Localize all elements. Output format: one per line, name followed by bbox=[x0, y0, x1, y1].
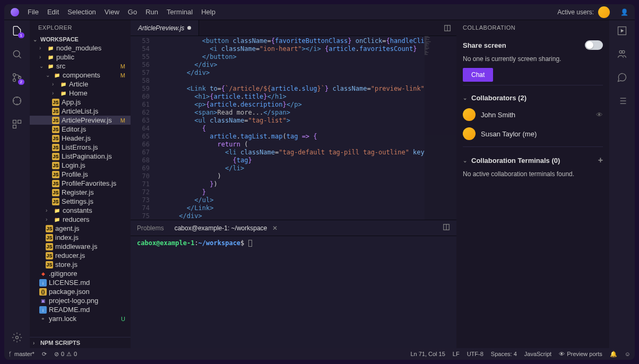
chat-icon[interactable] bbox=[616, 71, 628, 84]
settings-gear-icon[interactable] bbox=[11, 331, 23, 344]
tree-item-articlelist-js[interactable]: JSArticleList.js bbox=[30, 107, 131, 116]
tree-item-login-js[interactable]: JSLogin.js bbox=[30, 161, 131, 170]
tree-item-project-logo-png[interactable]: ▣project-logo.png bbox=[30, 296, 131, 305]
panel-split-icon[interactable] bbox=[443, 223, 450, 232]
tree-item-agent-js[interactable]: JSagent.js bbox=[30, 224, 131, 233]
tree-item-register-js[interactable]: JSRegister.js bbox=[30, 188, 131, 197]
editor-tab-articlepreview[interactable]: ArticlePreview.js bbox=[131, 20, 199, 36]
active-users-label: Active users: bbox=[557, 8, 594, 16]
tree-item-home[interactable]: ›📁Home bbox=[30, 89, 131, 98]
tree-item--gitignore[interactable]: ◆.gitignore bbox=[30, 269, 131, 278]
language-mode[interactable]: JavaScript bbox=[524, 351, 551, 358]
tree-item-package-json[interactable]: {}package.json bbox=[30, 287, 131, 296]
tree-item-reducer-js[interactable]: JSreducer.js bbox=[30, 251, 131, 260]
menu-edit[interactable]: Edit bbox=[47, 8, 59, 16]
tree-item-public[interactable]: ›📁public bbox=[30, 53, 131, 62]
tree-item-src[interactable]: ⌄📁srcM bbox=[30, 62, 131, 71]
tree-item-settings-js[interactable]: JSSettings.js bbox=[30, 197, 131, 206]
active-user-avatar[interactable] bbox=[598, 6, 610, 18]
tree-item-readme-md[interactable]: ↓README.md bbox=[30, 305, 131, 314]
tree-item-index-js[interactable]: JSindex.js bbox=[30, 233, 131, 242]
list-icon[interactable] bbox=[616, 94, 628, 107]
menu-help[interactable]: Help bbox=[201, 8, 215, 16]
right-activity-bar bbox=[609, 20, 635, 348]
app-logo bbox=[11, 8, 19, 16]
tree-item-header-js[interactable]: JSHeader.js bbox=[30, 134, 131, 143]
menu-run[interactable]: Run bbox=[145, 8, 158, 16]
tree-item-constants[interactable]: ›📁constants bbox=[30, 206, 131, 215]
source-control-icon[interactable]: 2 bbox=[11, 71, 23, 84]
tree-item-node_modules[interactable]: ›📁node_modules bbox=[30, 44, 131, 53]
activity-bar: 1 2 bbox=[4, 20, 30, 348]
sync-status[interactable]: ⟳ bbox=[42, 351, 47, 358]
menu-file[interactable]: File bbox=[28, 8, 39, 16]
svg-rect-5 bbox=[13, 120, 16, 124]
preview-icon[interactable] bbox=[616, 24, 628, 37]
titlebar: FileEditSelectionViewGoRunTerminalHelp A… bbox=[4, 4, 635, 20]
terminal-tab[interactable]: cabox@example-1: ~/workspace ✕ bbox=[175, 224, 278, 232]
tree-item-reducers[interactable]: ›📁reducers bbox=[30, 215, 131, 224]
code-editor[interactable]: <button className={favoriteButtonClass} … bbox=[156, 36, 425, 220]
explorer-icon[interactable]: 1 bbox=[11, 24, 23, 37]
workspace-root[interactable]: ⌄WORKSPACE bbox=[30, 35, 131, 44]
menu-go[interactable]: Go bbox=[128, 8, 137, 16]
explorer-sidebar: EXPLORER ⌄WORKSPACE ›📁node_modules›📁publ… bbox=[30, 20, 131, 348]
debug-icon[interactable] bbox=[11, 94, 23, 107]
share-status: No one is currently screen sharing. bbox=[463, 53, 603, 68]
preview-ports[interactable]: 👁 Preview ports bbox=[559, 351, 602, 358]
tree-item-yarn-lock[interactable]: ⚭yarn.lockU bbox=[30, 314, 131, 323]
tree-item-article[interactable]: ›📁Article bbox=[30, 80, 131, 89]
svg-point-12 bbox=[619, 50, 622, 53]
encoding[interactable]: UTF-8 bbox=[467, 351, 483, 358]
menu-selection[interactable]: Selection bbox=[67, 8, 96, 16]
chat-button[interactable]: Chat bbox=[463, 68, 493, 82]
visibility-icon[interactable]: 👁 bbox=[596, 111, 603, 119]
collab-terminals-section[interactable]: ⌄Collaboration Terminals (0)+ bbox=[463, 150, 603, 168]
line-gutter: 53 54 55 56 57 58 59 60 61 62 63 64 65 6… bbox=[131, 36, 156, 220]
tree-item-license-md[interactable]: ↓LICENSE.md bbox=[30, 278, 131, 287]
tree-item-editor-js[interactable]: JSEditor.js bbox=[30, 125, 131, 134]
terminal[interactable]: cabox@example-1:~/workspace$ bbox=[131, 236, 456, 348]
extensions-icon[interactable] bbox=[11, 118, 23, 131]
collaborators-icon[interactable] bbox=[616, 48, 628, 60]
svg-point-13 bbox=[622, 50, 625, 53]
search-icon[interactable] bbox=[11, 48, 23, 60]
tree-item-middleware-js[interactable]: JSmiddleware.js bbox=[30, 242, 131, 251]
svg-point-2 bbox=[13, 79, 16, 82]
share-screen-toggle[interactable] bbox=[585, 40, 603, 50]
svg-point-1 bbox=[13, 74, 16, 76]
collaboration-title: COLLABORATION bbox=[456, 20, 609, 35]
tree-item-listpagination-js[interactable]: JSListPagination.js bbox=[30, 152, 131, 161]
tree-item-app-js[interactable]: JSApp.js bbox=[30, 98, 131, 107]
tree-item-listerrors-js[interactable]: JSListErrors.js bbox=[30, 143, 131, 152]
explorer-title: EXPLORER bbox=[30, 20, 131, 35]
tree-item-store-js[interactable]: JSstore.js bbox=[30, 260, 131, 269]
minimap[interactable]: ▀▀▀▀▀▀▀▀▀▀▀▀▀▀▀▀▀▀▀▀▀▀▀▀▀▀▀▀▀▀▀▀▀▀▀▀▀▀▀▀… bbox=[425, 36, 456, 220]
tree-item-profile-js[interactable]: JSProfile.js bbox=[30, 170, 131, 179]
editor-tabs: ArticlePreview.js bbox=[131, 20, 456, 36]
tree-item-profilefavorites-js[interactable]: JSProfileFavorites.js bbox=[30, 179, 131, 188]
problems-tab[interactable]: Problems bbox=[137, 224, 164, 232]
npm-scripts-section[interactable]: ›NPM SCRIPTS bbox=[30, 337, 131, 348]
errors-warnings[interactable]: ⊘ 0 ⚠ 0 bbox=[54, 351, 77, 358]
svg-point-0 bbox=[13, 50, 20, 57]
tree-item-components[interactable]: ⌄📁componentsM bbox=[30, 71, 131, 80]
user-icon[interactable]: 👤 bbox=[620, 8, 628, 16]
git-branch[interactable]: ᚶ master* bbox=[8, 351, 34, 357]
collaboration-panel: COLLABORATION Share screen No one is cur… bbox=[456, 20, 609, 348]
indentation[interactable]: Spaces: 4 bbox=[491, 351, 517, 358]
cursor-position[interactable]: Ln 71, Col 15 bbox=[410, 351, 445, 358]
notifications-icon[interactable]: 🔔 bbox=[610, 351, 617, 358]
menu-view[interactable]: View bbox=[105, 8, 119, 16]
menu-terminal[interactable]: Terminal bbox=[167, 8, 193, 16]
add-terminal-icon[interactable]: + bbox=[598, 155, 603, 165]
svg-rect-7 bbox=[13, 125, 16, 128]
collaborators-section[interactable]: ⌄Collaborators (2) bbox=[463, 89, 603, 105]
eol[interactable]: LF bbox=[453, 351, 460, 358]
feedback-icon[interactable]: ☺ bbox=[625, 351, 631, 358]
split-editor-icon[interactable] bbox=[438, 20, 456, 36]
tree-item-articlepreview-js[interactable]: JSArticlePreview.jsM bbox=[30, 116, 131, 125]
collaborator-0[interactable]: John Smith👁 bbox=[463, 105, 603, 124]
collaborator-1[interactable]: Susan Taylor (me) bbox=[463, 124, 603, 143]
close-terminal-icon[interactable]: ✕ bbox=[272, 224, 278, 232]
